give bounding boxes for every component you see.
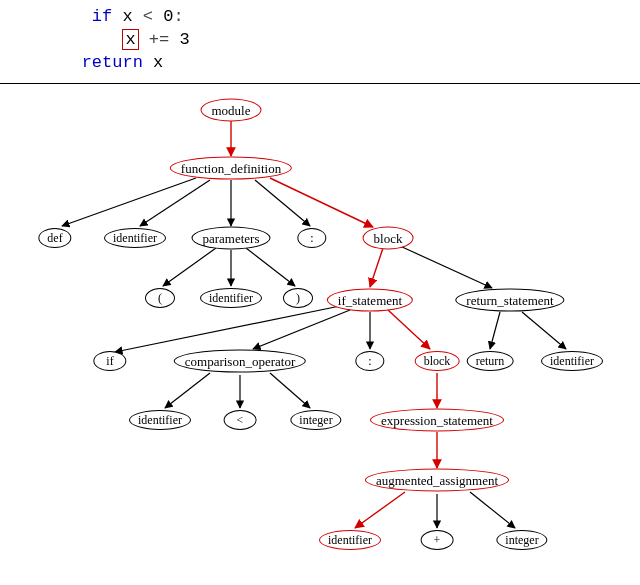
code-block: if x < 0: x += 3 return x [0,0,640,83]
node-integer: integer [290,410,341,430]
code-line-1: if x < 0: [0,6,640,29]
literal-zero: 0 [163,7,173,26]
keyword-return: return [82,53,143,72]
svg-line-8 [246,248,295,286]
node-function-definition: function_definition [170,156,292,179]
svg-line-16 [522,312,566,349]
svg-line-24 [470,492,515,528]
node-return: return [467,351,514,371]
identifier-x: x [122,7,132,26]
svg-line-6 [163,248,216,286]
code-line-2: x += 3 [0,29,640,52]
boxed-identifier-x: x [122,29,138,50]
operator-lt: < [143,7,153,26]
node-if-statement: if_statement [327,288,413,311]
node-augmented-assignment: augmented_assignment [365,468,509,491]
tree-edges [0,88,640,578]
node-parameters: parameters [191,226,270,249]
node-identifier: identifier [200,288,262,308]
node-identifier: identifier [104,228,166,248]
node-if: if [93,351,126,371]
literal-three: 3 [179,30,189,49]
node-identifier: identifier [319,530,381,550]
node-module: module [201,98,262,121]
keyword-if: if [92,7,112,26]
svg-line-5 [270,178,373,227]
node-identifier: identifier [541,351,603,371]
node-block: block [363,226,414,249]
node-lt: < [224,410,257,430]
svg-line-22 [355,492,405,528]
node-expression-statement: expression_statement [370,408,504,431]
node-comparison-operator: comparison_operator [174,349,306,372]
node-block: block [415,351,460,371]
operator-pluseq: += [149,30,169,49]
node-lparen: ( [145,288,175,308]
identifier-x: x [153,53,163,72]
svg-line-4 [255,180,310,226]
indent [0,30,122,49]
svg-line-15 [490,312,500,349]
svg-line-14 [388,310,430,349]
svg-line-9 [370,248,383,287]
svg-line-10 [400,246,492,288]
indent [0,53,82,72]
svg-line-12 [253,310,350,349]
svg-line-19 [270,373,310,408]
node-integer: integer [496,530,547,550]
ast-tree: module function_definition def identifie… [0,88,640,578]
code-line-3: return x [0,52,640,75]
node-def: def [38,228,71,248]
svg-line-17 [165,373,210,408]
node-rparen: ) [283,288,313,308]
node-pluseq: + [421,530,454,550]
svg-line-11 [115,306,340,352]
svg-line-2 [140,180,210,226]
divider [0,83,640,84]
indent [0,7,92,26]
colon: : [173,7,183,26]
node-identifier: identifier [129,410,191,430]
node-return-statement: return_statement [455,288,564,311]
